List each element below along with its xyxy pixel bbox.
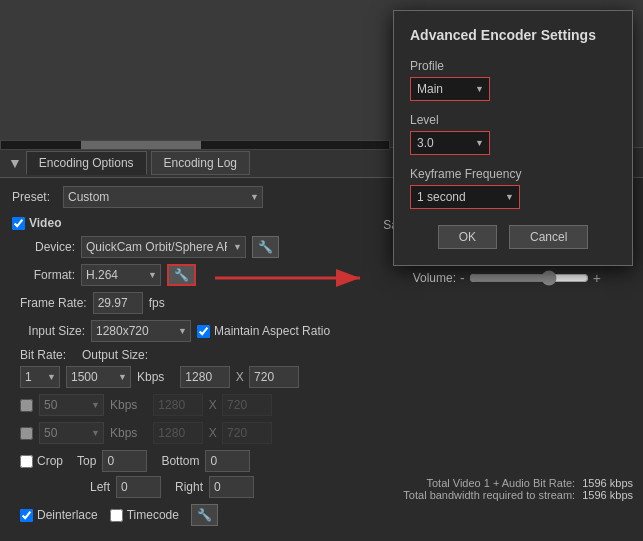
format-wrench-button[interactable]: 🔧 [167, 264, 196, 286]
bitrate-val1-select[interactable]: 1500 [66, 366, 131, 388]
crop-checkbox-label[interactable]: Crop [20, 454, 63, 468]
cancel-button[interactable]: Cancel [509, 225, 588, 249]
profile-label: Profile [410, 59, 616, 73]
bitrate-section-label: Bit Rate: [20, 348, 66, 362]
output-width1-input[interactable] [180, 366, 230, 388]
bitrate-num1-wrapper: 1 [20, 366, 60, 388]
bitrate-kbps2: Kbps [110, 398, 137, 412]
scroll-thumb[interactable] [81, 141, 201, 149]
bitrate-kbps3: Kbps [110, 426, 137, 440]
crop-bottom-label: Bottom [161, 454, 199, 468]
profile-select-wrapper: Baseline Main High [410, 77, 490, 101]
bandwidth-row: Total bandwidth required to stream: 1596… [403, 489, 633, 501]
timecode-checkbox[interactable] [110, 509, 123, 522]
preset-select-wrapper: Custom [63, 186, 263, 208]
bitrate-info: Total Video 1 + Audio Bit Rate: 1596 kbp… [403, 477, 633, 501]
device-select[interactable]: QuickCam Orbit/Sphere AF [81, 236, 246, 258]
device-select-wrapper: QuickCam Orbit/Sphere AF [81, 236, 246, 258]
device-label: Device: [20, 240, 75, 254]
bitrate-val2-wrapper: 50 [39, 394, 104, 416]
crop-left-input[interactable] [116, 476, 161, 498]
video-checkbox[interactable] [12, 217, 25, 230]
dialog-buttons: OK Cancel [410, 225, 616, 249]
ok-button[interactable]: OK [438, 225, 497, 249]
bitrate-val3-select[interactable]: 50 [39, 422, 104, 444]
crop-bottom-input[interactable] [205, 450, 250, 472]
bitrate-kbps1: Kbps [137, 370, 164, 384]
red-arrow-indicator [215, 263, 375, 293]
main-panel: ▼ Encoding Options Encoding Log Preset: … [0, 0, 643, 541]
timecode-label[interactable]: Timecode [110, 508, 179, 522]
total-bitrate-row: Total Video 1 + Audio Bit Rate: 1596 kbp… [403, 477, 633, 489]
tab-encoding-options[interactable]: Encoding Options [26, 151, 147, 175]
crop-right-label: Right [175, 480, 203, 494]
deinterlace-checkbox[interactable] [20, 509, 33, 522]
bitrate-row-2: 50 Kbps X [20, 394, 631, 416]
bitrate-row-1: 1 1500 Kbps X [20, 366, 631, 388]
output-w3: X [153, 422, 272, 444]
bitrate-val3-wrapper: 50 [39, 422, 104, 444]
inputsize-row: Input Size: 1280x720 Maintain Aspect Rat… [20, 320, 631, 342]
preset-label: Preset: [12, 190, 57, 204]
bitrate-row-3: 50 Kbps X [20, 422, 631, 444]
profile-field: Profile Baseline Main High [410, 59, 616, 101]
tab-encoding-log[interactable]: Encoding Log [151, 151, 250, 175]
volume-row: Volume: - + [371, 270, 635, 286]
output-height3-input[interactable] [222, 422, 272, 444]
bitrate-row2-checkbox[interactable] [20, 399, 33, 412]
volume-plus-icon: + [593, 270, 601, 286]
device-wrench-button[interactable]: 🔧 [252, 236, 279, 258]
output-width2-input[interactable] [153, 394, 203, 416]
maintain-aspect-checkbox[interactable] [197, 325, 210, 338]
bitrate-val2-select[interactable]: 50 [39, 394, 104, 416]
bitrate-val1-wrapper: 1500 [66, 366, 131, 388]
video-section-title: Video [29, 216, 61, 230]
volume-slider[interactable] [469, 270, 589, 286]
scroll-area[interactable] [0, 140, 390, 150]
bitrate-num1-select[interactable]: 1 [20, 366, 60, 388]
keyframe-field: Keyframe Frequency Every frame 1 second … [410, 167, 616, 209]
crop-top-label: Top [77, 454, 96, 468]
maintain-aspect-label[interactable]: Maintain Aspect Ratio [197, 324, 330, 338]
advanced-encoder-dialog: Advanced Encoder Settings Profile Baseli… [393, 10, 633, 266]
profile-select[interactable]: Baseline Main High [410, 77, 490, 101]
bottom-options: Deinterlace Timecode 🔧 [20, 504, 631, 526]
crop-top-row: Crop Top Bottom [20, 450, 631, 472]
bitrate-outputsize-section: Bit Rate: Output Size: [20, 348, 631, 362]
volume-minus-icon: - [460, 270, 465, 286]
bitrate-section: Bit Rate: [20, 348, 66, 362]
crop-right-input[interactable] [209, 476, 254, 498]
keyframe-select[interactable]: Every frame 1 second 2 seconds 5 seconds… [410, 185, 520, 209]
format-select-wrapper: H.264 [81, 264, 161, 286]
keyframe-label: Keyframe Frequency [410, 167, 616, 181]
preset-select[interactable]: Custom [63, 186, 263, 208]
framerate-input[interactable]: 29.97 [93, 292, 143, 314]
level-select[interactable]: 3.0 3.1 4.0 4.1 [410, 131, 490, 155]
bottom-wrench-button[interactable]: 🔧 [191, 504, 218, 526]
output-height2-input[interactable] [222, 394, 272, 416]
format-label: Format: [20, 268, 75, 282]
crop-top-input[interactable] [102, 450, 147, 472]
format-select[interactable]: H.264 [81, 264, 161, 286]
inputsize-label: Input Size: [20, 324, 85, 338]
output-w1: X [180, 366, 299, 388]
keyframe-select-wrapper: Every frame 1 second 2 seconds 5 seconds… [410, 185, 520, 209]
deinterlace-label[interactable]: Deinterlace [20, 508, 98, 522]
output-w2: X [153, 394, 272, 416]
output-height1-input[interactable] [249, 366, 299, 388]
inputsize-select[interactable]: 1280x720 [91, 320, 191, 342]
crop-checkbox[interactable] [20, 455, 33, 468]
framerate-label: Frame Rate: [20, 296, 87, 310]
tab-scroll-left[interactable]: ▼ [8, 155, 22, 171]
volume-label: Volume: [371, 271, 456, 285]
output-size-section: Output Size: [82, 348, 148, 362]
inputsize-select-wrapper: 1280x720 [91, 320, 191, 342]
fps-label: fps [149, 296, 165, 310]
dialog-title: Advanced Encoder Settings [410, 27, 616, 43]
bitrate-row3-checkbox[interactable] [20, 427, 33, 440]
output-width3-input[interactable] [153, 422, 203, 444]
crop-left-label: Left [90, 480, 110, 494]
output-size-label: Output Size: [82, 348, 148, 362]
level-label: Level [410, 113, 616, 127]
level-select-wrapper: 3.0 3.1 4.0 4.1 [410, 131, 490, 155]
